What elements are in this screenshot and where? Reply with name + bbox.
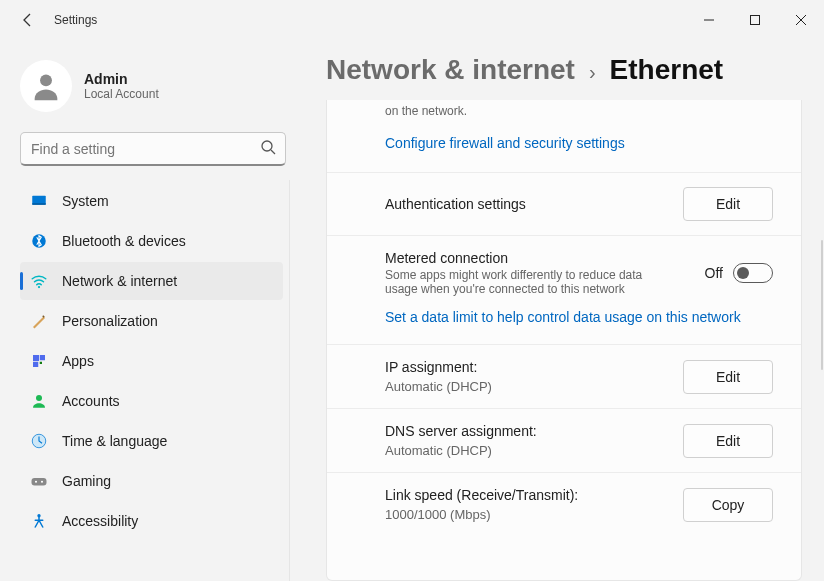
svg-point-16 <box>41 481 43 483</box>
svg-point-13 <box>36 395 42 401</box>
nav: SystemBluetooth & devicesNetwork & inter… <box>16 180 290 581</box>
sidebar-item-label: Accessibility <box>62 513 138 529</box>
metered-label: Metered connection <box>385 250 689 266</box>
sidebar-item-label: Gaming <box>62 473 111 489</box>
metered-sub: Some apps might work differently to redu… <box>385 268 665 296</box>
person-icon <box>29 69 63 103</box>
maximize-button[interactable] <box>732 0 778 40</box>
sidebar-item-accounts[interactable]: Accounts <box>20 382 283 420</box>
metered-toggle[interactable] <box>733 263 773 283</box>
chevron-right-icon: › <box>589 61 596 84</box>
nav-icon <box>30 192 48 210</box>
nav-icon <box>30 472 48 490</box>
auth-label: Authentication settings <box>385 196 667 212</box>
sidebar-item-gaming[interactable]: Gaming <box>20 462 283 500</box>
nav-icon <box>30 352 48 370</box>
sidebar-item-system[interactable]: System <box>20 182 283 220</box>
avatar <box>20 60 72 112</box>
row-authentication: Authentication settings Edit <box>327 173 801 236</box>
svg-point-8 <box>38 286 40 288</box>
sidebar-item-label: System <box>62 193 109 209</box>
sidebar-item-network-internet[interactable]: Network & internet <box>20 262 283 300</box>
firewall-link[interactable]: Configure firewall and security settings <box>385 135 625 151</box>
sidebar-item-label: Personalization <box>62 313 158 329</box>
ip-label: IP assignment: <box>385 359 667 375</box>
window-controls <box>686 0 824 40</box>
row-metered: Metered connection Some apps might work … <box>327 236 801 302</box>
sidebar-item-personalization[interactable]: Personalization <box>20 302 283 340</box>
nav-icon <box>30 432 48 450</box>
scrollbar-indicator[interactable] <box>821 240 823 370</box>
window-title: Settings <box>54 13 97 27</box>
dns-value: Automatic (DHCP) <box>385 443 667 458</box>
sidebar-item-bluetooth-devices[interactable]: Bluetooth & devices <box>20 222 283 260</box>
data-limit-link[interactable]: Set a data limit to help control data us… <box>385 309 741 325</box>
svg-rect-10 <box>40 355 45 360</box>
speed-copy-button[interactable]: Copy <box>683 488 773 522</box>
search-input[interactable] <box>20 132 286 166</box>
sidebar-item-apps[interactable]: Apps <box>20 342 283 380</box>
row-ip: IP assignment: Automatic (DHCP) Edit <box>327 345 801 409</box>
sidebar-item-label: Network & internet <box>62 273 177 289</box>
row-dns: DNS server assignment: Automatic (DHCP) … <box>327 409 801 473</box>
close-button[interactable] <box>778 0 824 40</box>
truncated-text-tail: on the network. <box>327 100 801 128</box>
nav-icon <box>30 312 48 330</box>
user-sub: Local Account <box>84 87 159 101</box>
back-button[interactable] <box>8 0 48 40</box>
nav-icon <box>30 512 48 530</box>
auth-edit-button[interactable]: Edit <box>683 187 773 221</box>
dns-label: DNS server assignment: <box>385 423 667 439</box>
ip-value: Automatic (DHCP) <box>385 379 667 394</box>
sidebar-item-label: Accounts <box>62 393 120 409</box>
breadcrumb-current: Ethernet <box>610 54 724 86</box>
search-box <box>20 132 286 166</box>
breadcrumb-parent[interactable]: Network & internet <box>326 54 575 86</box>
sidebar-item-label: Apps <box>62 353 94 369</box>
dns-edit-button[interactable]: Edit <box>683 424 773 458</box>
svg-point-2 <box>40 74 52 86</box>
sidebar-item-time-language[interactable]: Time & language <box>20 422 283 460</box>
sidebar-item-label: Bluetooth & devices <box>62 233 186 249</box>
svg-rect-9 <box>33 355 39 361</box>
nav-icon <box>30 272 48 290</box>
panel-scroller[interactable]: on the network. Configure firewall and s… <box>327 100 801 580</box>
minimize-button[interactable] <box>686 0 732 40</box>
user-name: Admin <box>84 71 159 87</box>
sidebar: Admin Local Account SystemBluetooth & de… <box>0 40 300 581</box>
ip-edit-button[interactable]: Edit <box>683 360 773 394</box>
breadcrumb: Network & internet › Ethernet <box>326 54 802 86</box>
titlebar: Settings <box>0 0 824 40</box>
speed-value: 1000/1000 (Mbps) <box>385 507 667 522</box>
sidebar-item-label: Time & language <box>62 433 167 449</box>
svg-rect-12 <box>40 362 42 364</box>
content-panel: on the network. Configure firewall and s… <box>326 100 802 581</box>
user-block[interactable]: Admin Local Account <box>20 60 286 112</box>
back-arrow-icon <box>20 12 36 28</box>
main: Network & internet › Ethernet on the net… <box>300 40 824 581</box>
svg-rect-6 <box>32 203 46 205</box>
speed-label: Link speed (Receive/Transmit): <box>385 487 667 503</box>
svg-point-15 <box>35 481 37 483</box>
nav-icon <box>30 232 48 250</box>
nav-icon <box>30 392 48 410</box>
svg-rect-1 <box>751 16 760 25</box>
svg-rect-11 <box>33 362 38 367</box>
sidebar-item-accessibility[interactable]: Accessibility <box>20 502 283 540</box>
row-speed: Link speed (Receive/Transmit): 1000/1000… <box>327 473 801 536</box>
metered-toggle-label: Off <box>705 265 723 281</box>
